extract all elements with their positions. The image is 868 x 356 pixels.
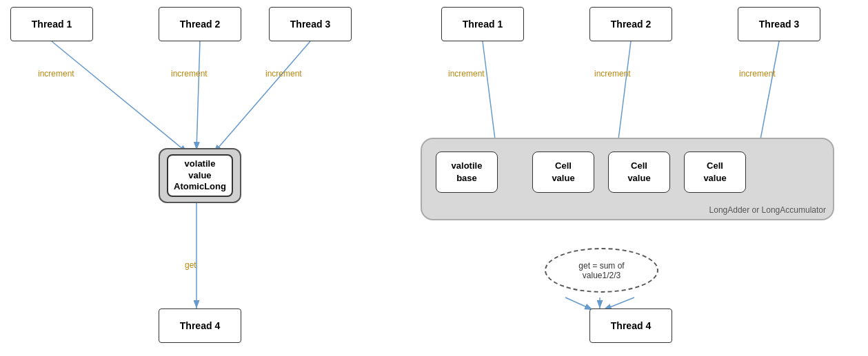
get-label-left: get: [185, 260, 196, 270]
right-thread-3: Thread 3: [738, 7, 820, 41]
increment-label-2: increment: [171, 69, 208, 78]
increment-label-3: increment: [265, 69, 302, 78]
svg-line-5: [483, 41, 496, 150]
svg-line-2: [196, 41, 200, 150]
right-thread-2: Thread 2: [589, 7, 672, 41]
longadder-container: valotile base Cell value Cell value Cell…: [421, 138, 834, 220]
increment-label-1: increment: [38, 69, 74, 78]
svg-line-9: [565, 297, 593, 310]
cell-box-1: Cell value: [532, 151, 594, 193]
base-label2: base: [452, 172, 483, 185]
cell1-label1: Cell: [552, 160, 574, 172]
cell-box-3: Cell value: [684, 151, 746, 193]
volatile-base-box: valotile base: [436, 151, 498, 193]
right-thread-4: Thread 4: [589, 308, 672, 343]
atomic-line2: value: [174, 170, 226, 182]
cell3-label1: Cell: [703, 160, 726, 172]
svg-line-7: [758, 41, 779, 150]
svg-line-3: [214, 41, 310, 153]
atomic-line3: AtomicLong: [174, 181, 226, 193]
svg-line-6: [617, 41, 631, 150]
base-label1: valotile: [452, 160, 483, 172]
svg-line-1: [52, 41, 188, 153]
right-thread-1: Thread 1: [441, 7, 524, 41]
cell2-label2: value: [627, 172, 650, 185]
right-increment-label-1: increment: [448, 69, 485, 78]
atomic-long-box: volatile value AtomicLong: [159, 148, 241, 203]
atomic-long-inner: volatile value AtomicLong: [167, 154, 233, 198]
right-increment-label-2: increment: [594, 69, 631, 78]
cell2-label1: Cell: [627, 160, 650, 172]
right-increment-label-3: increment: [739, 69, 776, 78]
get-ellipse: get = sum ofvalue1/2/3: [545, 248, 658, 293]
left-thread-1: Thread 1: [10, 7, 93, 41]
cell-box-2: Cell value: [608, 151, 670, 193]
cell1-label2: value: [552, 172, 574, 185]
left-thread-4: Thread 4: [159, 308, 241, 343]
get-ellipse-text: get = sum ofvalue1/2/3: [578, 261, 624, 280]
cell3-label2: value: [703, 172, 726, 185]
left-thread-2: Thread 2: [159, 7, 241, 41]
atomic-line1: volatile: [174, 158, 226, 170]
diagram: Thread 1 Thread 2 Thread 3 increment inc…: [0, 0, 868, 356]
longadder-label: LongAdder or LongAccumulator: [709, 205, 826, 215]
left-thread-3: Thread 3: [269, 7, 352, 41]
